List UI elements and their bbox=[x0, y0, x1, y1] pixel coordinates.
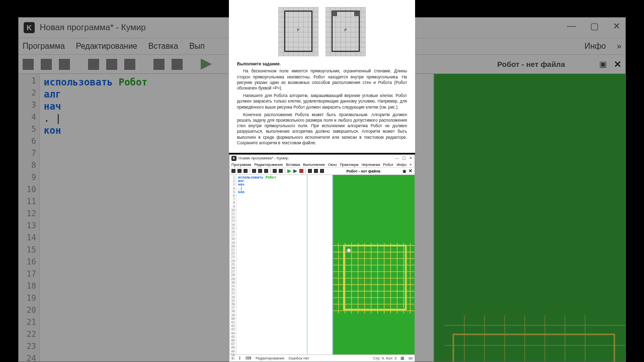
task-para-1: На бесконечном поле имеется прямоугольни… bbox=[237, 68, 407, 91]
status-lang-icon: ▦ bbox=[400, 356, 405, 360]
menu-edit[interactable]: Редактирование bbox=[254, 162, 283, 167]
task-para-3: Конечное расположение Робота может быть … bbox=[237, 112, 407, 146]
fg-code-margin bbox=[307, 175, 333, 354]
new-file-icon[interactable] bbox=[231, 169, 235, 173]
foreground-column: Р Р Выполните задани bbox=[229, 0, 415, 362]
run-step-icon[interactable] bbox=[293, 169, 297, 173]
status-input-lang: lat bbox=[409, 356, 413, 360]
fg-robot-pane-title: Робот - нет файла bbox=[347, 169, 400, 173]
paste-icon[interactable] bbox=[264, 169, 268, 173]
open-file-icon[interactable] bbox=[237, 169, 242, 173]
task-title: Выполните задание. bbox=[237, 61, 407, 67]
redo-icon[interactable] bbox=[279, 169, 283, 173]
menu-program[interactable]: Программа bbox=[231, 162, 251, 167]
status-mode: Редактирование bbox=[256, 356, 284, 360]
robot-label: Р bbox=[297, 28, 299, 32]
menu-run[interactable]: Выполнение bbox=[303, 162, 325, 167]
copy-icon[interactable] bbox=[258, 169, 262, 173]
menu-insert[interactable]: Вставка bbox=[286, 162, 300, 167]
save-file-icon[interactable] bbox=[244, 169, 248, 173]
fg-code-area[interactable]: использовать Роботалгнач.|кон bbox=[236, 175, 307, 354]
cut-icon[interactable] bbox=[252, 169, 256, 173]
robot-wall-rect bbox=[344, 245, 406, 309]
fg-titlebar: K Новая программа* - Кумир — ▢ ✕ bbox=[229, 155, 415, 162]
svg-rect-56 bbox=[354, 11, 359, 16]
menu-window[interactable]: Окно bbox=[328, 162, 337, 167]
popout-icon[interactable]: ▣ bbox=[403, 169, 407, 173]
diagram-after: Р bbox=[326, 7, 366, 56]
toolbar-separator bbox=[285, 168, 285, 173]
menu-more[interactable]: » bbox=[410, 162, 412, 167]
task-document: Р Р Выполните задани bbox=[229, 0, 415, 153]
menu-drawman[interactable]: Чертежник bbox=[361, 162, 380, 167]
undo-icon[interactable] bbox=[273, 169, 277, 173]
tool-icon[interactable] bbox=[314, 169, 318, 173]
diagram-before: Р bbox=[278, 7, 318, 56]
status-icon: ⌨ bbox=[246, 356, 252, 360]
toolbar-separator bbox=[305, 168, 306, 173]
menu-robot[interactable]: Робот bbox=[383, 162, 394, 167]
fg-menubar: Программа Редактирование Вставка Выполне… bbox=[229, 162, 415, 168]
tool-icon[interactable] bbox=[320, 169, 324, 173]
svg-text:Р: Р bbox=[344, 28, 347, 32]
fg-window-title: Новая программа* - Кумир bbox=[238, 156, 288, 160]
fg-statusbar: ⎀ ↧ ⌨ Редактирование Ошибок нет Стр: 4, … bbox=[229, 354, 415, 361]
menu-practicum[interactable]: Практикум bbox=[340, 162, 358, 167]
stop-icon[interactable] bbox=[299, 169, 303, 173]
fg-toolbar: Робот - нет файла ▣ ✕ bbox=[229, 168, 415, 175]
fg-kumir-window: K Новая программа* - Кумир — ▢ ✕ Програм… bbox=[229, 154, 415, 362]
app-icon: K bbox=[231, 156, 236, 161]
toolbar-separator bbox=[250, 168, 250, 173]
robot-field-svg bbox=[333, 175, 415, 354]
fg-line-gutter: 1234567891011121314151617181920212223242… bbox=[229, 175, 236, 354]
fg-editor-pane: 1234567891011121314151617181920212223242… bbox=[229, 175, 333, 354]
status-icon: ↧ bbox=[238, 356, 242, 360]
letterbox-left bbox=[0, 0, 18, 362]
minimize-icon[interactable]: — bbox=[395, 156, 399, 160]
tool-icon[interactable] bbox=[308, 169, 312, 173]
close-icon[interactable]: ✕ bbox=[409, 156, 413, 160]
fg-robot-field[interactable] bbox=[333, 175, 415, 354]
close-pane-icon[interactable]: ✕ bbox=[409, 168, 413, 173]
status-errors: Ошибок нет bbox=[288, 356, 309, 360]
toolbar-separator bbox=[270, 168, 271, 173]
status-cursor-pos: Стр: 4, Кол: 3 bbox=[373, 356, 396, 360]
run-icon[interactable] bbox=[287, 169, 291, 173]
maximize-icon[interactable]: ▢ bbox=[402, 156, 406, 160]
svg-rect-55 bbox=[332, 11, 337, 16]
letterbox-right bbox=[626, 0, 644, 362]
task-para-2: Напишите для Робота алгоритм, закрашиваю… bbox=[237, 93, 407, 110]
menu-info[interactable]: Инфо bbox=[396, 162, 407, 167]
